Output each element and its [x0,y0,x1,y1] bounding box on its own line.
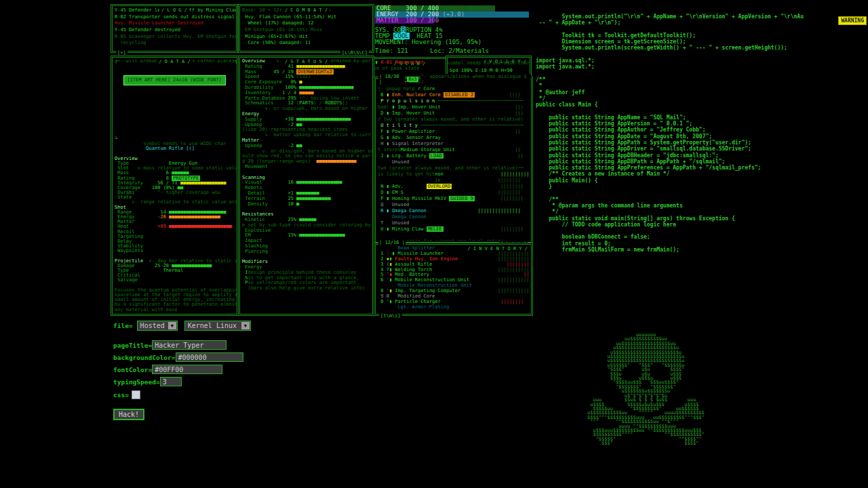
overflow-note: on of peak state [374,66,419,71]
matter-bar: MATTER 100 / 300 [375,18,529,24]
parts-note: ^- appears/blinks when has dialogue $ / [420,74,531,85]
file-label: file= [113,322,133,329]
data-panel: / D A T A / ┌<- will probably keep these… [111,56,239,316]
font-color-label: fontColor= [113,366,152,373]
background-color-input[interactable] [176,352,243,362]
inventory-lines[interactable]: Beam Splitter 1 : ▮ Missile Launcher |||… [376,245,531,312]
page-title-input[interactable] [152,340,226,350]
typing-speed-input[interactable] [160,377,182,386]
settings-form: file= Hosted ▼ Kernel Linux ▼ pageTitle=… [113,321,258,420]
typed-code-output: System.out.println("\r\n" + AppName + "\… [536,14,804,253]
file-select[interactable]: Hosted ▼ [137,321,178,331]
inventory-panel-title: / I N V E N T O R Y / [466,240,529,253]
data-lines: ┌<- will probably keep these corner piec… [113,58,237,312]
parts-panel: | 18/30 | 0x3 ^- appears/blinks when has… [374,77,533,244]
inventory-panel-header: | 12/16 | [378,240,406,245]
volley-summary: Spd 100% E-18 M-0 H+90 [450,68,513,73]
os-select[interactable]: Kernel Linux ▼ [184,321,251,331]
scan-target-readout: ▮ K-01 Researcher [375,60,424,65]
parts-count: | 18/30 | [378,74,405,85]
chevron-down-icon[interactable]: ▼ [241,322,250,329]
page-title-label: pageTitle= [113,342,152,349]
data-panel-title: / D A T A / [113,53,237,66]
combat-panel: / C O M B A T / Base: 58 + 12r - 4hc - 4… [238,4,374,53]
wide-char-note: symbol needs to use WIDE char [447,60,530,66]
background-color-label: backgroundColor= [113,354,176,361]
warning-badge: WARNING [838,16,867,25]
inventory-count: | 12/16 | [378,240,406,245]
hack-button[interactable]: Hack! [113,409,144,420]
hacker-typer-page: / L O G / Y-45 Defender leg ripped off b… [0,0,868,488]
css-label: css= [113,391,129,399]
status-lines: Overview v- rating scale determined by p… [240,58,372,312]
file-select-value: Hosted [138,322,167,329]
font-color-input[interactable] [152,365,222,374]
vitals-readout: CORE 300 / 400 (exp: 4%) ENERGY 200 / 20… [375,5,529,54]
movement-readout: MOVEMENT: Hovering (105, 95%) [375,39,529,45]
ascii-skull-art: uuuuuuu uu$$$$$$$$$$$uu uu$$$$$$$$$$$$$$… [587,333,705,446]
log-panel-title: / L O G / [113,1,236,14]
status-panel-title: / S T A T U S / [240,53,372,66]
status-panel: / S T A T U S / Overview v- rating scale… [238,56,374,316]
volley-panel: / V O L L E Y / Spd 100% E-18 M-0 H+90 [446,56,532,76]
parts-lines[interactable]: P o w e r ──────────────────────────────… [376,79,531,241]
combat-panel-title: / C O M B A T / [240,1,372,14]
os-select-value: Kernel Linux [185,322,239,329]
css-checkbox[interactable] [132,390,140,399]
parts-panel-header: | 18/30 | 0x3 ^- appears/blinks when has… [378,74,531,85]
log-panel: / L O G / Y-45 Defender leg ripped off b… [111,4,238,53]
parts-multiplier-badge: 0x3 [407,77,418,82]
inventory-panel: | 12/16 | / I N V E N T O R Y / Beam Spl… [374,243,533,316]
scan-panel-border: / S C A N / [374,57,446,59]
chevron-down-icon[interactable]: ▼ [168,322,176,329]
inventory-footer: [t\m\i] [379,313,402,319]
typing-speed-label: typingSpeed= [113,378,160,386]
